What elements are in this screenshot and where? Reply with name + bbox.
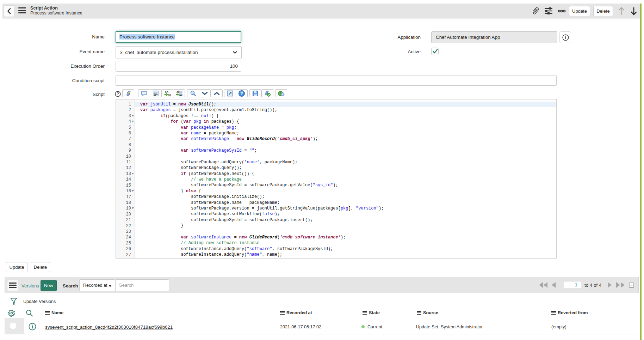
svg-text:ac: ac <box>179 93 182 97</box>
svg-text:?: ? <box>240 91 243 96</box>
svg-text:ac: ac <box>168 93 171 97</box>
svg-text:?: ? <box>117 92 119 96</box>
